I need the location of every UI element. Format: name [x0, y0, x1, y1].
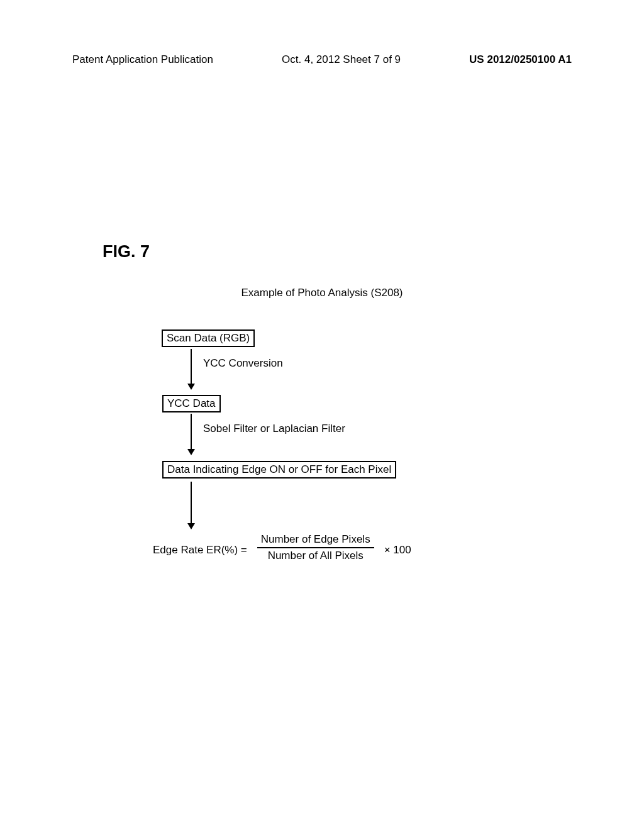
arrow-label-filter: Sobel Filter or Laplacian Filter	[203, 423, 345, 435]
formula-denominator: Number of All Pixels	[264, 548, 367, 562]
box-ycc-data: YCC Data	[162, 395, 221, 412]
formula-multiplier: × 100	[384, 539, 411, 556]
box-edge-data: Data Indicating Edge ON or OFF for Each …	[162, 461, 396, 479]
header-left: Patent Application Publication	[72, 53, 213, 66]
header-center: Oct. 4, 2012 Sheet 7 of 9	[282, 53, 401, 66]
arrow-label-ycc: YCC Conversion	[203, 357, 283, 370]
figure-label: FIG. 7	[103, 242, 150, 262]
formula-left: Edge Rate ER(%) =	[153, 539, 247, 556]
header: Patent Application Publication Oct. 4, 2…	[72, 53, 572, 66]
diagram-title: Example of Photo Analysis (S208)	[241, 287, 402, 299]
header-right: US 2012/0250100 A1	[469, 53, 572, 66]
formula-numerator: Number of Edge Pixels	[257, 533, 374, 548]
formula-fraction: Number of Edge Pixels Number of All Pixe…	[257, 533, 374, 562]
box-scan-data: Scan Data (RGB)	[162, 329, 255, 347]
edge-rate-formula: Edge Rate ER(%) = Number of Edge Pixels …	[153, 533, 411, 562]
